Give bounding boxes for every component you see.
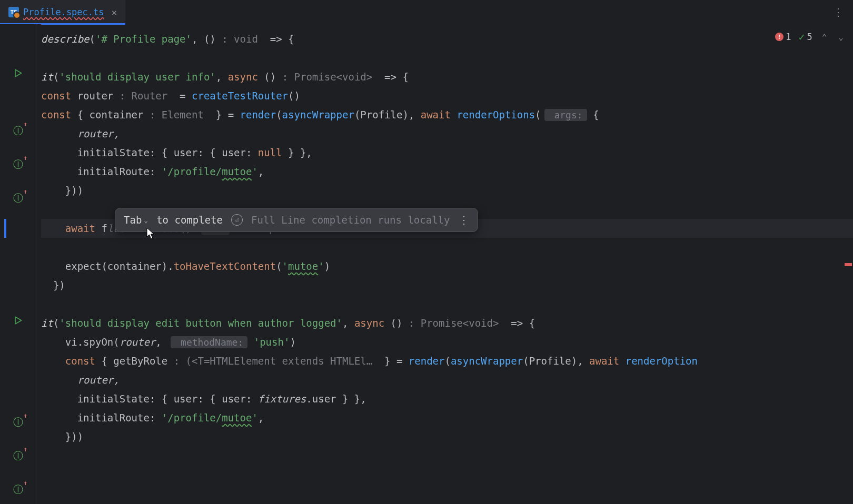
mouse-cursor-icon — [146, 227, 156, 242]
code-line[interactable]: })) — [41, 181, 853, 200]
editor-tab-profile-spec[interactable]: TS Profile.spec.ts × — [0, 0, 125, 24]
code-line[interactable]: router, — [41, 124, 853, 143]
code-line[interactable]: initialState: { user: { user: null } }, — [41, 143, 853, 162]
token: , () — [192, 33, 222, 45]
completion-key[interactable]: Tab ⌄ — [124, 214, 148, 226]
tab-bar-more-icon[interactable]: ⋮ — [824, 0, 853, 24]
token: () — [258, 71, 282, 83]
code-line[interactable]: it('should display user info', async () … — [41, 67, 853, 86]
error-icon: ! — [775, 33, 783, 41]
inlay-hint: : (<T=HTMLElement extends HTMLEl… — [167, 355, 372, 367]
code-line[interactable]: })) — [41, 427, 853, 446]
token: asyncWrapper — [451, 355, 523, 367]
token: { — [587, 109, 599, 120]
inlay-arg-hint: args: — [544, 109, 587, 121]
gutter-border — [36, 24, 41, 504]
code-line[interactable]: }) — [41, 276, 853, 295]
token: ' — [252, 412, 257, 424]
token: initialRoute — [77, 412, 150, 424]
override-icon[interactable]: Ⓘ — [11, 157, 25, 172]
code-line[interactable]: vi.spyOn(router, methodName: 'push') — [41, 332, 853, 351]
tab-filename: Profile.spec.ts — [23, 7, 104, 17]
token: , — [258, 412, 264, 424]
token: , — [258, 166, 264, 177]
token: const — [41, 90, 71, 102]
token: expect(container). — [65, 260, 174, 272]
code-line[interactable]: const router : Router = createTestRouter… — [41, 86, 853, 105]
token: render — [240, 109, 276, 120]
caret-indicator — [4, 219, 6, 238]
inlay-hint: : Router — [120, 90, 168, 102]
token: initialState — [77, 147, 150, 158]
override-icon[interactable]: Ⓘ — [11, 482, 25, 497]
errors-count[interactable]: ! 1 — [775, 32, 791, 42]
inspections-widget[interactable]: ! 1 ✓ 5 ⌃ ⌄ — [775, 31, 846, 43]
token: ) — [290, 336, 295, 348]
token: } = — [204, 109, 240, 120]
token: (Profile), — [354, 109, 421, 120]
code-line[interactable]: initialState: { user: { user: fixtures.u… — [41, 389, 853, 408]
token — [95, 223, 101, 234]
token: it — [41, 71, 53, 83]
token: () — [384, 317, 409, 329]
completion-action: to complete — [156, 214, 223, 226]
close-tab-icon[interactable]: × — [112, 7, 117, 18]
completion-info: Full Line completion runs locally — [251, 214, 450, 226]
token: 'push' — [247, 336, 290, 348]
token: => { — [499, 317, 535, 329]
code-line[interactable]: initialRoute: '/profile/mutoe', — [41, 162, 853, 181]
token: ( — [535, 109, 541, 120]
popup-more-icon[interactable]: ⋮ — [459, 214, 469, 226]
token: => { — [372, 71, 409, 83]
token: initialState — [77, 393, 150, 405]
code-line[interactable]: const { getByRole : (<T=HTMLElement exte… — [41, 351, 853, 370]
run-test-icon[interactable] — [11, 313, 25, 328]
token: createTestRouter — [192, 90, 288, 102]
inlay-arg-hint: methodName: — [171, 336, 247, 348]
code-line[interactable]: expect(container).toHaveTextContent('mut… — [41, 257, 853, 276]
token: (Profile), — [523, 355, 589, 367]
token: .user } }, — [306, 393, 366, 405]
token — [41, 166, 77, 177]
token: 'should display user info' — [59, 71, 215, 83]
code-line[interactable]: it('should display edit button when auth… — [41, 314, 853, 332]
token: }) — [41, 279, 65, 291]
token-typed: f — [101, 223, 107, 234]
token: async — [228, 71, 258, 83]
code-line[interactable]: const { container : Element } = render(a… — [41, 105, 853, 124]
next-highlight-icon[interactable]: ⌄ — [836, 31, 846, 43]
token: ) — [324, 260, 330, 272]
prev-highlight-icon[interactable]: ⌃ — [820, 31, 829, 43]
code-line[interactable]: router, — [41, 370, 853, 389]
token: renderOptions — [457, 109, 535, 120]
override-icon[interactable]: Ⓘ — [11, 124, 25, 138]
token — [41, 260, 65, 272]
token: render — [409, 355, 445, 367]
token: : { user: { user: — [150, 147, 258, 158]
override-icon[interactable]: Ⓘ — [11, 191, 25, 206]
completion-popup[interactable]: Tab ⌄ to complete ⏎ Full Line completion… — [115, 208, 478, 232]
inlay-hint: : void — [222, 33, 258, 45]
code-line[interactable]: initialRoute: '/profile/mutoe', — [41, 408, 853, 427]
token: mutoe — [222, 412, 252, 424]
token: fixtures — [258, 393, 306, 405]
code-line[interactable]: describe('# Profile page', () : void => … — [41, 29, 853, 48]
code-area[interactable]: describe('# Profile page', () : void => … — [41, 24, 853, 504]
token: 'should display edit button when author … — [59, 317, 342, 329]
override-icon[interactable]: Ⓘ — [11, 449, 25, 463]
token: container — [90, 109, 144, 120]
token: ' — [318, 260, 324, 272]
token: const — [41, 109, 71, 120]
warnings-number: 5 — [807, 32, 812, 42]
token: : — [150, 412, 162, 424]
inlay-hint: : Promise<void> — [282, 71, 373, 83]
warnings-count[interactable]: ✓ 5 — [798, 31, 812, 43]
code-line-blank — [41, 238, 853, 257]
token: await — [421, 109, 451, 120]
token: it — [41, 317, 53, 329]
error-stripe-marker[interactable] — [845, 263, 852, 266]
token: })) — [41, 185, 83, 196]
run-test-icon[interactable] — [11, 66, 25, 80]
code-editor[interactable]: Ⓘ Ⓘ Ⓘ Ⓘ Ⓘ Ⓘ describe('# Profile page', (… — [0, 24, 853, 504]
override-icon[interactable]: Ⓘ — [11, 415, 25, 430]
